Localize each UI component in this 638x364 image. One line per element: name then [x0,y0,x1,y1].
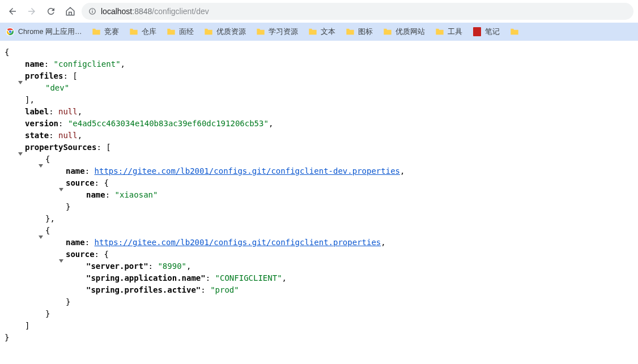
folder-icon [346,27,355,36]
json-viewer: { name: "configclient", profiles: [ "dev… [0,41,638,349]
svg-rect-1 [92,11,92,13]
bookmark-label: 仓库 [142,27,156,37]
json-ps1-name: name: https://gitee.com/lb2001/configs.g… [5,237,633,249]
json-field-name: name: "configclient", [5,58,633,70]
svg-rect-2 [92,10,92,10]
bookmark-label: Chrome 网上应用… [18,27,82,37]
reload-button[interactable] [43,3,59,19]
home-icon [65,6,75,16]
json-ps1-appname: "spring.application.name": "CONFIGCLIENT… [5,272,633,284]
json-ps0-source: source: { [5,177,633,189]
json-ps1-port: "server.port": "8990", [5,260,633,272]
folder-icon [510,27,519,36]
folder-icon [167,27,176,36]
json-array-item: { [5,153,633,165]
property-source-link[interactable]: https://gitee.com/lb2001/configs.git/con… [95,166,400,175]
url-text: localhost:8848/configclient/dev [101,7,209,16]
json-field-version: version: "e4ad5cc463034e140b83ac39ef60dc… [5,118,633,130]
bookmark-folder[interactable]: 文本 [308,27,335,37]
json-field-label: label: null, [5,106,633,118]
brace-close: } [5,332,633,344]
bookmark-label: 文本 [321,27,335,37]
json-ps0-name: name: https://gitee.com/lb2001/configs.g… [5,165,633,177]
brace-close: } [5,296,633,308]
address-bar[interactable]: localhost:8848/configclient/dev [82,3,633,20]
brace-open: { [5,46,633,58]
bookmark-folder[interactable]: 竞赛 [92,27,119,37]
bookmark-folder[interactable]: 优质资源 [204,27,246,37]
json-ps1-profiles: "spring.profiles.active": "prod" [5,284,633,296]
brace-close: }, [5,213,633,225]
bookmark-folder[interactable] [510,27,522,36]
json-ps1-source: source: { [5,249,633,260]
bracket-close: ], [5,94,633,106]
folder-icon [204,27,213,36]
info-icon [88,7,96,15]
folder-icon [256,27,265,36]
json-field-propertysources: propertySources: [ [5,142,633,153]
folder-icon [308,27,317,36]
bookmark-folder[interactable]: 优质网站 [383,27,425,37]
bracket-close: ] [5,320,633,332]
bookmark-folder[interactable]: 工具 [435,27,462,37]
json-field-state: state: null, [5,130,633,142]
property-source-link[interactable]: https://gitee.com/lb2001/configs.git/con… [95,238,381,247]
brace-close: } [5,201,633,213]
browser-toolbar: localhost:8848/configclient/dev [0,0,638,23]
bookmark-folder[interactable]: 面经 [167,27,194,37]
bookmark-folder[interactable]: 学习资源 [256,27,298,37]
bookmark-label: 面经 [179,27,194,37]
arrow-right-icon [27,6,37,16]
bookmark-label: 笔记 [485,27,500,37]
folder-icon [383,27,392,36]
json-ps0-source-name: name: "xiaosan" [5,189,633,201]
reload-icon [46,6,56,16]
bookmark-folder[interactable]: 图标 [346,27,373,37]
home-button[interactable] [62,3,78,19]
arrow-left-icon [7,6,18,16]
bookmark-label: 优质网站 [395,27,425,37]
bookmark-folder[interactable]: 仓库 [129,27,156,37]
folder-icon [129,27,138,36]
json-field-profiles: profiles: [ [5,70,633,82]
chrome-icon [6,27,15,36]
folder-icon [92,27,101,36]
bookmark-notes[interactable]: 笔记 [473,27,500,37]
folder-icon [435,27,444,36]
brace-close: } [5,308,633,320]
bookmark-label: 优质资源 [216,27,246,37]
json-array-item: { [5,225,633,237]
forward-button[interactable] [24,3,40,19]
bookmark-chrome-store[interactable]: Chrome 网上应用… [6,27,82,37]
bookmark-label: 学习资源 [269,27,298,37]
book-icon [473,27,482,36]
back-button[interactable] [5,3,20,19]
bookmark-label: 竞赛 [104,27,119,37]
json-profiles-item: "dev" [5,82,633,94]
bookmark-label: 图标 [358,27,373,37]
bookmark-label: 工具 [448,27,462,37]
bookmarks-bar: Chrome 网上应用… 竞赛 仓库 面经 优质资源 学习资源 文本 图标 优质… [0,23,638,41]
